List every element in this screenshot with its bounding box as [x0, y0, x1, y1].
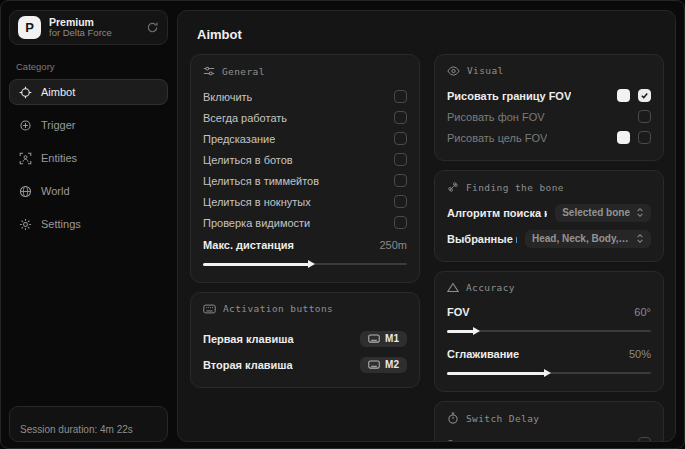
bone-algorithm-value: Selected bone [562, 207, 630, 218]
app-header-card: P Premium for Delta Force [9, 10, 168, 45]
toggle-label: Целиться в ботов [203, 154, 293, 166]
toggle-row-aim-bots: Целиться в ботов [203, 149, 407, 170]
bone-algorithm-select[interactable]: Selected bone [555, 204, 651, 222]
fov-slider[interactable] [447, 325, 651, 337]
selected-bones-row: Выбранные кос Head, Neck, Body, Pe... [447, 228, 651, 249]
visual-card-header: Visual [447, 65, 651, 76]
draw-fov-border-row: Рисовать границу FOV [447, 85, 651, 106]
smoothing-label: Сглаживание [447, 348, 519, 360]
sidebar-item-settings[interactable]: Settings [9, 211, 168, 237]
second-keybind-button[interactable]: M2 [360, 357, 407, 373]
sidebar-item-aimbot[interactable]: Aimbot [9, 79, 168, 105]
aim-knocked-checkbox[interactable] [394, 195, 407, 208]
activation-card-header: Activation buttons [203, 303, 407, 314]
fov-value: 60° [634, 306, 651, 318]
sidebar-item-label: Trigger [41, 119, 75, 131]
toggle-label: Целиться в тиммейтов [203, 175, 319, 187]
sidebar-nav: Aimbot Trigger Entities World [9, 79, 168, 237]
page-title: Aimbot [197, 27, 664, 42]
max-distance-value: 250m [379, 239, 407, 251]
unfold-icon [636, 207, 644, 218]
sidebar-item-label: World [41, 185, 70, 197]
sliders-icon [203, 65, 215, 77]
right-column: Visual Рисовать границу FOV Рисовать фон… [434, 54, 664, 430]
draw-fov-border-checkbox[interactable] [638, 89, 651, 102]
selected-bones-select[interactable]: Head, Neck, Body, Pe... [525, 230, 651, 248]
toggle-row-prediction: Предсказание [203, 128, 407, 149]
eye-icon [447, 66, 460, 76]
toggle-row-visibility-check: Проверка видимости [203, 212, 407, 233]
app-window: P Premium for Delta Force Category Aimbo… [0, 0, 685, 449]
draw-fov-bg-row: Рисовать фон FOV [447, 106, 651, 127]
activation-buttons-card: Activation buttons Первая клавиша M1 [190, 292, 420, 388]
unfold-icon [636, 233, 644, 244]
switch-delay-card-header: Switch Delay [447, 412, 651, 424]
max-distance-block: Макс. дистанция 250m [203, 235, 407, 270]
smoothing-value: 50% [629, 348, 651, 360]
toggle-row-aim-knocked: Целиться в нокнутых [203, 191, 407, 212]
max-distance-label: Макс. дистанция [203, 239, 294, 251]
switch-delay-checkbox[interactable] [638, 437, 651, 442]
keyboard-icon [368, 360, 380, 369]
enable-checkbox[interactable] [394, 90, 407, 103]
switch-delay-toggle-label: Задержка переключения [447, 438, 574, 443]
sidebar-item-entities[interactable]: Entities [9, 145, 168, 171]
stopwatch-icon [447, 412, 459, 424]
toggle-label: Всегда работать [203, 112, 287, 124]
aim-teammates-checkbox[interactable] [394, 174, 407, 187]
smoothing-slider[interactable] [447, 367, 651, 379]
bone-card-title: Finding the bone [466, 182, 564, 193]
bone-algorithm-row: Алгоритм поиска кост Selected bone [447, 202, 651, 223]
toggle-label: Предсказание [203, 133, 275, 145]
first-keybind-value: M1 [385, 333, 399, 344]
draw-fov-target-label: Рисовать цель FOV [447, 132, 547, 144]
session-duration-text: Session duration: 4m 22s [20, 424, 133, 435]
accuracy-card: Accuracy FOV 60° Сглаж [434, 271, 664, 392]
sidebar-item-label: Entities [41, 152, 77, 164]
visibility-check-checkbox[interactable] [394, 216, 407, 229]
bone-card-header: Finding the bone [447, 181, 651, 193]
sidebar-item-label: Aimbot [41, 86, 75, 98]
draw-fov-target-checkbox[interactable] [638, 131, 651, 144]
sidebar-item-trigger[interactable]: Trigger [9, 112, 168, 138]
switch-delay-toggle-row: Задержка переключения [447, 433, 651, 442]
visual-card: Visual Рисовать границу FOV Рисовать фон… [434, 54, 664, 161]
general-card: General Включить Всегда работать Предска… [190, 54, 420, 283]
smoothing-block: Сглаживание 50% [447, 344, 651, 379]
session-duration-card: Session duration: 4m 22s [9, 406, 168, 442]
first-key-row: Первая клавиша M1 [203, 328, 407, 349]
selected-bones-value: Head, Neck, Body, Pe... [532, 233, 630, 244]
draw-fov-bg-checkbox[interactable] [638, 110, 651, 123]
fov-block: FOV 60° [447, 302, 651, 337]
prediction-checkbox[interactable] [394, 132, 407, 145]
activation-card-title: Activation buttons [223, 303, 333, 314]
draw-fov-target-row: Рисовать цель FOV [447, 127, 651, 148]
toggle-row-aim-teammates: Целиться в тиммейтов [203, 170, 407, 191]
aim-bots-checkbox[interactable] [394, 153, 407, 166]
category-label: Category [16, 61, 168, 72]
bone-algorithm-label: Алгоритм поиска кост [447, 207, 547, 219]
first-keybind-button[interactable]: M1 [360, 331, 407, 347]
max-distance-slider[interactable] [203, 258, 407, 270]
sidebar-item-world[interactable]: World [9, 178, 168, 204]
toggle-row-enable: Включить [203, 86, 407, 107]
triangle-icon [447, 282, 459, 293]
keyboard-icon [368, 334, 380, 343]
second-key-row: Вторая клавиша M2 [203, 354, 407, 375]
fov-target-color-swatch[interactable] [617, 131, 630, 144]
visual-card-title: Visual [467, 65, 504, 76]
general-card-title: General [222, 66, 265, 77]
entities-icon [19, 152, 32, 165]
app-subtitle: for Delta Force [49, 28, 138, 39]
bone-icon [447, 181, 459, 193]
draw-fov-bg-label: Рисовать фон FOV [447, 111, 545, 123]
toggle-label: Проверка видимости [203, 217, 310, 229]
general-card-header: General [203, 65, 407, 77]
refresh-icon[interactable] [146, 21, 159, 34]
always-work-checkbox[interactable] [394, 111, 407, 124]
fov-border-color-swatch[interactable] [617, 89, 630, 102]
finding-bone-card: Finding the bone Алгоритм поиска кост Se… [434, 170, 664, 262]
fov-label: FOV [447, 306, 470, 318]
sidebar-item-label: Settings [41, 218, 81, 230]
left-column: General Включить Всегда работать Предска… [190, 54, 420, 430]
